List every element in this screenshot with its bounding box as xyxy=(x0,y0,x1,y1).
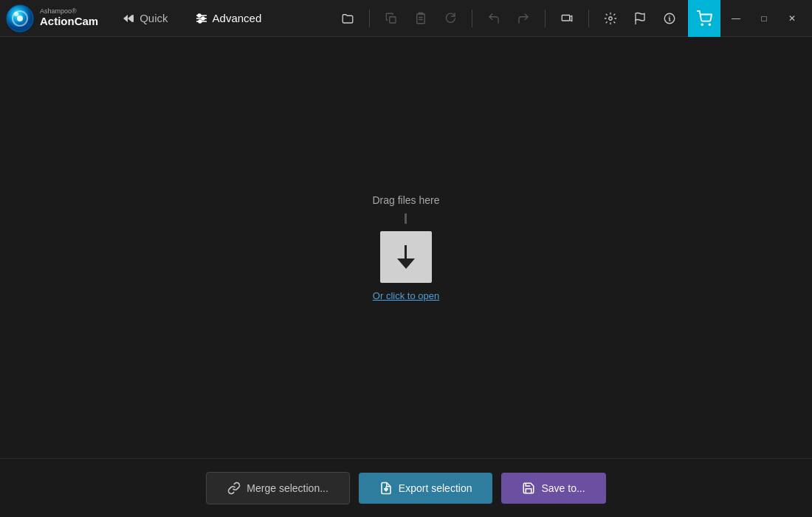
paste-button[interactable] xyxy=(407,4,435,32)
svg-point-2 xyxy=(17,16,23,21)
main-content: Drag files here Or click to open xyxy=(0,37,812,458)
drop-stem xyxy=(405,213,407,224)
undo-button[interactable] xyxy=(480,4,508,32)
svg-point-9 xyxy=(202,17,204,20)
save-label: Save to... xyxy=(541,482,585,494)
tab-advanced-label: Advanced xyxy=(213,12,262,24)
merge-icon xyxy=(227,482,241,495)
save-icon xyxy=(522,482,535,495)
tab-quick-label: Quick xyxy=(140,12,168,24)
rotate-button[interactable] xyxy=(436,4,464,32)
advanced-icon xyxy=(195,12,208,25)
file-group xyxy=(334,4,362,32)
svg-point-8 xyxy=(198,14,201,17)
save-to-button[interactable]: Save to... xyxy=(501,473,605,504)
open-file-button[interactable] xyxy=(334,4,362,32)
edit-group xyxy=(377,4,464,32)
window-controls: — □ ✕ xyxy=(722,0,806,37)
export-label: Export selection xyxy=(399,482,472,494)
logo-text: Ashampoo® ActionCam xyxy=(40,8,98,27)
settings-button[interactable] xyxy=(596,4,625,32)
app-name: ActionCam xyxy=(40,16,98,28)
open-file-icon xyxy=(341,12,354,25)
arrow-line xyxy=(405,245,407,258)
sep-4 xyxy=(588,10,589,27)
svg-point-22 xyxy=(709,24,710,25)
toolbar: — □ ✕ xyxy=(331,0,806,37)
history-group xyxy=(480,4,537,32)
svg-rect-15 xyxy=(562,15,570,21)
svg-point-10 xyxy=(199,20,202,23)
broadcast-group xyxy=(553,4,581,32)
sep-1 xyxy=(369,10,370,27)
arrow-head xyxy=(397,258,415,269)
drop-arrow xyxy=(397,245,415,269)
close-button[interactable]: ✕ xyxy=(778,0,806,37)
svg-point-3 xyxy=(14,12,18,16)
flag-button[interactable] xyxy=(626,4,654,32)
copy-icon xyxy=(385,12,398,25)
undo-icon xyxy=(487,12,500,25)
titlebar: Ashampoo® ActionCam Quick Adv xyxy=(0,0,812,37)
app-logo-icon xyxy=(6,4,34,32)
tab-advanced[interactable]: Advanced xyxy=(183,5,274,32)
quick-icon xyxy=(122,12,135,25)
broadcast-button[interactable] xyxy=(553,4,581,32)
svg-point-21 xyxy=(701,24,703,25)
export-selection-button[interactable]: Export selection xyxy=(359,473,493,504)
gear-icon xyxy=(604,12,617,25)
svg-rect-4 xyxy=(132,15,134,22)
redo-icon xyxy=(517,12,530,25)
drag-label: Drag files here xyxy=(372,194,439,206)
info-icon xyxy=(663,12,676,25)
svg-rect-12 xyxy=(417,14,425,24)
redo-button[interactable] xyxy=(509,4,537,32)
info-button[interactable] xyxy=(656,4,684,32)
tab-quick[interactable]: Quick xyxy=(110,5,179,32)
merge-label: Merge selection... xyxy=(247,482,328,494)
broadcast-icon xyxy=(560,12,574,25)
logo-area: Ashampoo® ActionCam xyxy=(6,4,98,32)
export-icon xyxy=(379,482,393,495)
svg-rect-11 xyxy=(390,16,396,22)
nav-tabs: Quick Advanced xyxy=(110,0,273,36)
svg-point-17 xyxy=(609,16,613,20)
flag-icon xyxy=(633,12,647,25)
rotate-icon xyxy=(444,12,457,25)
click-to-open-link[interactable]: Or click to open xyxy=(373,290,439,301)
cart-button[interactable] xyxy=(688,0,720,37)
maximize-button[interactable]: □ xyxy=(750,0,778,37)
utility-group xyxy=(596,4,684,32)
merge-selection-button[interactable]: Merge selection... xyxy=(206,472,350,504)
sep-2 xyxy=(472,10,472,27)
minimize-button[interactable]: — xyxy=(722,0,750,37)
paste-icon xyxy=(414,12,427,25)
svg-marker-16 xyxy=(570,16,572,21)
sep-3 xyxy=(545,10,546,27)
drop-area[interactable]: Drag files here Or click to open xyxy=(372,194,439,301)
cart-icon xyxy=(696,10,712,27)
bottom-bar: Merge selection... Export selection Save… xyxy=(0,458,812,517)
copy-button[interactable] xyxy=(377,4,405,32)
drop-icon-box[interactable] xyxy=(380,231,432,283)
